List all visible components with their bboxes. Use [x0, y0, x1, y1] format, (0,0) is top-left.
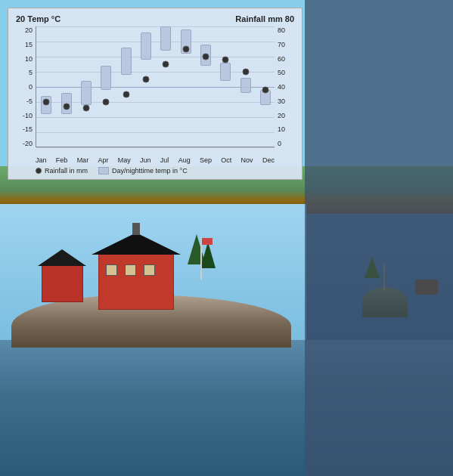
rain-dot-mar	[82, 105, 89, 112]
flag	[202, 238, 213, 245]
rain-dot-feb	[63, 104, 70, 110]
chart-legend: Rainfall in mm Day/nighttime temp in °C	[16, 167, 294, 175]
climate-chart: 20 Temp °C Rainfall mm 80 20 15 10 5 0 -…	[8, 8, 303, 180]
legend-temp-bar	[98, 167, 109, 175]
grid-line-n15	[36, 132, 275, 133]
rain-dot-jun	[142, 76, 149, 83]
rain-dot-jan	[43, 99, 50, 106]
grid-line-n20	[36, 147, 275, 148]
chart-title-rain: Rainfall mm 80	[235, 14, 294, 23]
chart-title-temp: 20 Temp °C	[16, 14, 61, 23]
month-apr: Apr	[98, 156, 108, 164]
distant-shed	[415, 280, 438, 295]
legend-rain-dot	[36, 168, 42, 174]
temp-bar-may	[121, 48, 132, 75]
rain-dot-oct	[222, 57, 229, 63]
legend-rain-label: Rainfall in mm	[45, 167, 88, 175]
month-jun: Jun	[140, 156, 151, 164]
grid-line-15	[36, 42, 275, 42]
rain-dot-sep	[202, 54, 209, 60]
window-3	[144, 264, 155, 276]
grid-line-5	[36, 72, 275, 73]
month-feb: Feb	[56, 156, 68, 164]
small-house-roof	[38, 249, 86, 266]
month-aug: Aug	[178, 156, 191, 164]
y-axis-left: 20 15 10 5 0 -5 -10 -15 -20	[16, 26, 36, 147]
rain-dot-dec	[262, 87, 268, 94]
grid-line-0	[36, 87, 275, 88]
tree-2	[200, 242, 216, 268]
month-nov: Nov	[241, 156, 253, 164]
temp-bar-nov	[240, 78, 251, 93]
distant-tree	[365, 257, 380, 278]
month-oct: Oct	[221, 156, 231, 164]
month-sep: Sep	[200, 156, 212, 164]
y-axis-right: 80 70 60 50 40 30 20 10 0	[275, 26, 294, 147]
temp-bar-oct	[220, 63, 231, 81]
grid-line-10	[36, 57, 275, 57]
temp-bar-mar	[81, 81, 92, 105]
legend-rain-item: Rainfall in mm	[36, 167, 88, 175]
main-house-roof	[92, 233, 181, 255]
main-house-body	[98, 253, 174, 310]
distant-rock	[362, 287, 408, 317]
legend-temp-item: Day/nighttime temp in °C	[98, 167, 188, 175]
month-jul: Jul	[160, 156, 169, 164]
grid-line-n5	[36, 102, 275, 103]
right-panel	[305, 0, 453, 476]
rain-dot-apr	[103, 99, 110, 106]
temp-bar-jul	[160, 26, 171, 51]
chart-area: 20 15 10 5 0 -5 -10 -15 -20 80	[16, 26, 294, 155]
temp-bar-apr	[101, 66, 111, 90]
month-may: May	[118, 156, 131, 164]
grid-line-n10	[36, 117, 275, 118]
small-house-body	[42, 264, 83, 302]
distant-tree-trunk	[383, 264, 385, 291]
month-jan: Jan	[36, 156, 47, 164]
chimney	[132, 223, 140, 235]
rain-dot-jul	[163, 61, 169, 68]
rain-dot-nov	[242, 69, 249, 76]
chart-plot-area	[36, 26, 275, 147]
month-mar: Mar	[77, 156, 89, 164]
month-dec: Dec	[262, 156, 275, 164]
temp-bar-jun	[141, 32, 151, 60]
grid-line-20	[36, 26, 275, 27]
rain-dot-may	[123, 91, 129, 98]
legend-temp-label: Day/nighttime temp in °C	[112, 167, 188, 175]
x-axis-labels: Jan Feb Mar Apr May Jun Jul Aug Sep Oct …	[16, 155, 294, 164]
window-1	[106, 264, 117, 276]
rain-dot-aug	[182, 46, 189, 53]
window-2	[125, 264, 136, 276]
